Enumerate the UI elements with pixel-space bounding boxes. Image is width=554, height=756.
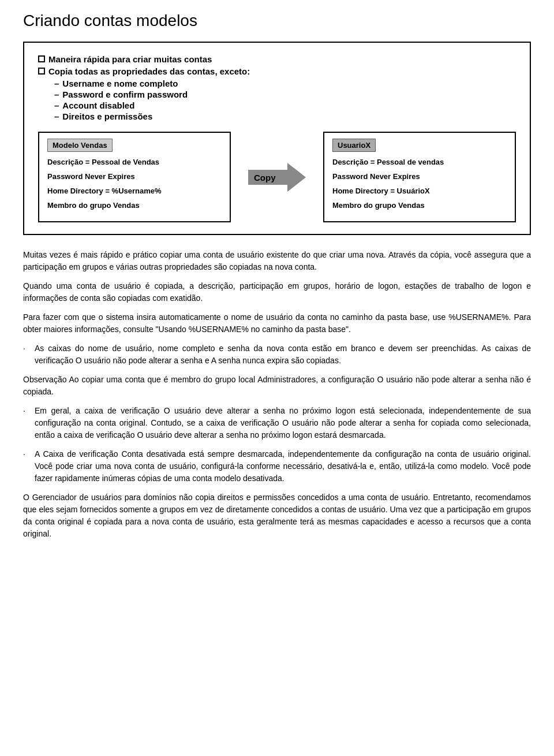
page-title: Criando contas modelos bbox=[23, 12, 531, 30]
obs-para-1: Observação Ao copiar uma conta que é mem… bbox=[23, 374, 531, 398]
bullet-icon-1 bbox=[38, 55, 45, 62]
bullet-item-2: Copia todas as propriedades das contas, … bbox=[38, 66, 516, 76]
right-row-3: Home Directory = UsuárioX bbox=[332, 187, 507, 195]
right-row-1: Descrição = Pessoal de vendas bbox=[332, 158, 507, 166]
dot-char-3: · bbox=[23, 448, 35, 485]
dot-char-1: · bbox=[23, 342, 35, 367]
copy-label: Copy bbox=[254, 172, 276, 182]
dot-text-2: Em geral, a caixa de verificação O usuár… bbox=[35, 405, 531, 441]
sub-item-1: – Username e nome completo bbox=[54, 79, 516, 88]
dot-text-1: As caixas do nome de usuário, nome compl… bbox=[35, 342, 531, 367]
left-row-2: Password Never Expires bbox=[47, 172, 222, 181]
para-4: O Gerenciador de usuários para domínios … bbox=[23, 491, 531, 540]
right-row-2: Password Never Expires bbox=[332, 172, 507, 181]
bullet-text-2: Copia todas as propriedades das contas, … bbox=[48, 66, 250, 76]
para-1: Muitas vezes é mais rápido e prático cop… bbox=[23, 249, 531, 273]
bullet-list: Maneira rápida para criar muitas contas … bbox=[38, 54, 516, 121]
sub-text-1: Username e nome completo bbox=[62, 79, 178, 88]
left-model-box: Modelo Vendas Descrição = Pessoal de Ven… bbox=[38, 132, 231, 222]
bullet-item-1: Maneira rápida para criar muitas contas bbox=[38, 54, 516, 64]
sub-item-3: – Account disabled bbox=[54, 100, 516, 110]
dot-para-3: · A Caixa de verificação Conta desativad… bbox=[23, 448, 531, 485]
dot-text-3: A Caixa de verificação Conta desativada … bbox=[35, 448, 531, 485]
right-box-title: UsuarioX bbox=[332, 139, 376, 152]
copy-arrow-area: Copy bbox=[248, 132, 306, 222]
dash-3: – bbox=[54, 100, 59, 110]
dot-char-2: · bbox=[23, 405, 35, 441]
left-row-3: Home Directory = %Username% bbox=[47, 187, 222, 195]
sub-item-4: – Direitos e permissões bbox=[54, 111, 516, 121]
right-model-box: UsuarioX Descrição = Pessoal de vendas P… bbox=[323, 132, 516, 222]
para-3: Para fazer com que o sistema insira auto… bbox=[23, 311, 531, 336]
outer-box: Maneira rápida para criar muitas contas … bbox=[23, 42, 531, 235]
left-box-title: Modelo Vendas bbox=[47, 139, 113, 152]
dot-para-1: · As caixas do nome de usuário, nome com… bbox=[23, 342, 531, 367]
sub-text-4: Direitos e permissões bbox=[62, 111, 152, 121]
sub-text-3: Account disabled bbox=[62, 100, 134, 110]
bullet-text-1: Maneira rápida para criar muitas contas bbox=[48, 54, 212, 64]
left-row-4: Membro do grupo Vendas bbox=[47, 201, 222, 210]
right-row-4: Membro do grupo Vendas bbox=[332, 201, 507, 210]
para-2: Quando uma conta de usuário é copiada, a… bbox=[23, 280, 531, 304]
bullet-icon-2 bbox=[38, 68, 45, 75]
dash-1: – bbox=[54, 79, 59, 88]
sub-list: – Username e nome completo – Password e … bbox=[54, 79, 516, 121]
sub-text-2: Password e confirm password bbox=[62, 90, 188, 99]
copy-arrow: Copy bbox=[248, 163, 306, 192]
sub-item-2: – Password e confirm password bbox=[54, 90, 516, 99]
dash-2: – bbox=[54, 90, 59, 99]
dot-para-2: · Em geral, a caixa de verificação O usu… bbox=[23, 405, 531, 441]
copy-section: Modelo Vendas Descrição = Pessoal de Ven… bbox=[38, 132, 516, 222]
dash-4: – bbox=[54, 111, 59, 121]
left-row-1: Descrição = Pessoal de Vendas bbox=[47, 158, 222, 166]
